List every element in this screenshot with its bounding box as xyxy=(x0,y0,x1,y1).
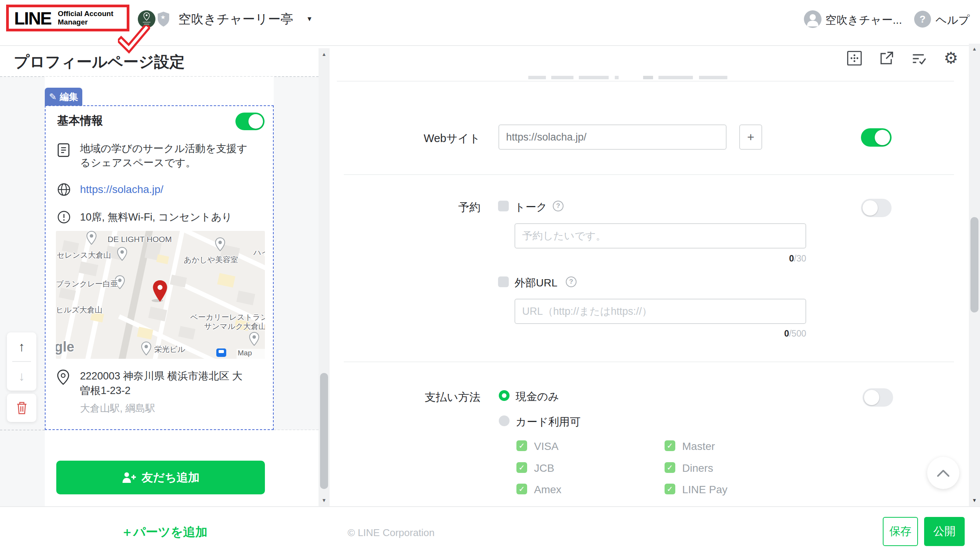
visa-label: VISA xyxy=(534,440,559,453)
map-label: ハイ xyxy=(253,247,265,258)
map-label: サンマルク大倉山店 xyxy=(204,321,265,332)
map-data-attribution: Map data xyxy=(237,349,265,359)
user-name[interactable]: 空吹きチャー... xyxy=(825,13,902,28)
person-add-icon xyxy=(122,471,136,484)
linepay-checkbox[interactable]: ✓ xyxy=(665,484,675,494)
diners-checkbox[interactable]: ✓ xyxy=(665,462,675,473)
map-label: DE LIGHT HOOM xyxy=(108,235,172,244)
amex-checkbox[interactable]: ✓ xyxy=(516,484,527,494)
external-url-help-icon[interactable]: ? xyxy=(566,276,577,287)
add-parts-button[interactable]: ＋パーツを追加 xyxy=(0,524,328,541)
basic-info-preview-card[interactable]: 基本情報 地域の学びのサークル活動を支援す るシェアスペースです。 https:… xyxy=(45,105,274,430)
talk-message-input[interactable] xyxy=(514,223,806,249)
preview-scrollbar-thumb[interactable] xyxy=(320,373,328,489)
divider xyxy=(337,81,954,82)
copyright: © LINE Corporation xyxy=(348,527,434,539)
preview-stations: 大倉山駅, 綱島駅 xyxy=(80,402,155,415)
preview-grid-icon[interactable] xyxy=(846,50,863,67)
preview-address: 2220003 神奈川県 横浜市港北区 大 曽根1-23-2 xyxy=(80,369,243,398)
line-logo: LINE xyxy=(14,8,51,29)
payment-toggle[interactable] xyxy=(862,388,893,407)
list-check-icon[interactable] xyxy=(910,50,927,67)
verified-badge-icon: ★ xyxy=(158,11,169,27)
amex-label: Amex xyxy=(534,484,562,496)
divider xyxy=(344,174,954,175)
annotation-check-icon xyxy=(118,25,150,54)
website-label: Webサイト xyxy=(383,131,480,146)
jcb-label: JCB xyxy=(534,462,554,474)
map-label: あかしや美容室 xyxy=(184,255,238,265)
globe-icon xyxy=(57,183,71,196)
scroll-down-icon[interactable]: ▼ xyxy=(969,497,980,503)
preview-section-title: 基本情報 xyxy=(57,113,103,129)
cash-only-label: 現金のみ xyxy=(516,389,559,404)
card-accepted-label: カード利用可 xyxy=(516,415,580,429)
master-label: Master xyxy=(682,440,715,453)
website-input[interactable] xyxy=(498,124,727,150)
linepay-label: LINE Pay xyxy=(682,484,727,496)
add-friend-button[interactable]: 友だち追加 xyxy=(56,461,265,494)
external-url-input[interactable] xyxy=(514,299,806,324)
visa-checkbox[interactable]: ✓ xyxy=(516,440,527,451)
map-block xyxy=(236,291,255,305)
help-link[interactable]: ヘルプ xyxy=(936,13,970,28)
scroll-up-icon[interactable]: ▲ xyxy=(318,51,330,57)
description-icon xyxy=(57,143,71,157)
preview-scrollbar[interactable]: ▲ ▼ xyxy=(318,48,330,506)
url-char-counter: 0/500 xyxy=(726,329,806,339)
block-reorder-controls: ↑ ↓ xyxy=(7,332,36,391)
settings-gear-icon[interactable]: ⚙ xyxy=(942,50,959,67)
card-accepted-radio[interactable] xyxy=(499,415,510,426)
payment-label: 支払い方法 xyxy=(383,390,480,405)
map-patch xyxy=(156,254,169,264)
move-up-button[interactable]: ↑ xyxy=(7,332,36,361)
main-scrollbar[interactable]: ▲ ▼ xyxy=(969,44,980,506)
map-label: セレンス大倉山 xyxy=(57,250,111,260)
talk-char-counter: 0/30 xyxy=(726,253,806,264)
account-dropdown-icon[interactable]: ▼ xyxy=(306,15,313,23)
scroll-up-icon[interactable]: ▲ xyxy=(969,46,980,52)
bus-station-icon xyxy=(216,348,226,357)
master-checkbox[interactable]: ✓ xyxy=(665,440,675,451)
cash-only-radio[interactable] xyxy=(499,390,510,401)
add-website-button[interactable]: + xyxy=(739,124,762,150)
clipped-row-fragment xyxy=(528,76,792,79)
logo-annotation-box: LINE Official Account Manager xyxy=(6,5,129,31)
talk-checkbox[interactable] xyxy=(498,201,509,211)
main-scrollbar-thumb[interactable] xyxy=(970,217,978,312)
google-logo-fragment: gle xyxy=(56,339,74,355)
footer-bar: ＋パーツを追加 © LINE Corporation 保存 公開 xyxy=(0,506,980,556)
move-down-button[interactable]: ↓ xyxy=(7,362,36,391)
edit-button[interactable]: ✎ 編集 xyxy=(45,88,82,106)
chevron-up-icon xyxy=(936,469,950,477)
delete-block-button[interactable] xyxy=(7,394,36,422)
save-button[interactable]: 保存 xyxy=(883,517,918,546)
map-label: ヒルズ大倉山 xyxy=(56,305,102,315)
scroll-to-top-button[interactable] xyxy=(927,457,959,489)
talk-label: トーク xyxy=(514,200,547,214)
preview-facilities: 10席, 無料Wi-Fi, コンセントあり xyxy=(80,210,232,224)
reservation-toggle[interactable] xyxy=(861,199,892,217)
talk-help-icon[interactable]: ? xyxy=(553,201,564,211)
preview-website-link[interactable]: https://solacha.jp/ xyxy=(80,183,163,196)
help-icon[interactable]: ? xyxy=(914,11,931,28)
external-url-checkbox[interactable] xyxy=(498,276,509,287)
address-pin-icon xyxy=(57,370,71,383)
scroll-down-icon[interactable]: ▼ xyxy=(318,497,330,503)
open-external-icon[interactable] xyxy=(878,50,895,67)
info-icon xyxy=(57,210,71,224)
reservation-label: 予約 xyxy=(383,200,480,215)
account-name[interactable]: 空吹きチャーリー亭 xyxy=(178,11,293,28)
jcb-checkbox[interactable]: ✓ xyxy=(516,462,527,473)
line-official-account-manager: LINE Official Account Manager ★ 空吹きチャーリー… xyxy=(0,0,980,556)
basic-info-toggle[interactable] xyxy=(235,113,265,130)
publish-button[interactable]: 公開 xyxy=(924,517,965,546)
logo-subtitle: Official Account Manager xyxy=(58,10,113,26)
user-avatar-icon[interactable] xyxy=(804,10,822,28)
map-embed[interactable]: DE LIGHT HOOM セレンス大倉山 あかしや美容室 ハイ ブランクレー白… xyxy=(56,231,265,359)
website-toggle[interactable] xyxy=(861,128,892,147)
divider xyxy=(344,361,954,362)
map-poi-pin-icon xyxy=(141,342,151,357)
map-location-marker-icon xyxy=(152,280,168,304)
section-boundary-dashed xyxy=(0,430,45,430)
